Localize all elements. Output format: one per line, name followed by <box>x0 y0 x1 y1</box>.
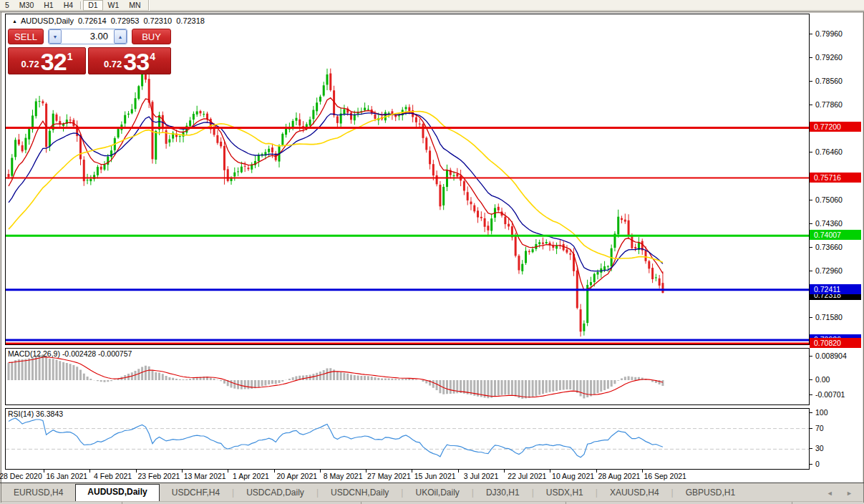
macd-axis-tick <box>810 394 812 395</box>
date-label: 28 Aug 2021 <box>598 472 640 480</box>
macd-axis-label: -0.00701 <box>815 390 845 399</box>
chart-tab-usdchf[interactable]: USDCHF,H4 <box>160 485 232 501</box>
date-tick <box>274 470 275 472</box>
buy-button[interactable]: BUY <box>132 29 171 44</box>
chart-tab-audusd[interactable]: AUDUSD,Daily <box>75 484 159 501</box>
date-label: 8 May 2021 <box>324 472 363 480</box>
price-axis-tick <box>810 271 812 271</box>
macd-value-main: -0.002428 <box>62 349 96 358</box>
sell-price-small: 0.72 <box>21 59 39 69</box>
rsi-value: 36.3843 <box>36 410 63 418</box>
date-tick <box>228 470 228 472</box>
chart-title: ▲AUDUSD,Daily0.726140.729530.723100.7231… <box>12 16 205 25</box>
price-axis[interactable]: 0.799600.792600.785600.778600.764600.750… <box>810 14 863 470</box>
time-axis[interactable]: 28 Dec 202016 Jan 20214 Feb 202123 Feb 2… <box>5 470 863 483</box>
buy-price-box[interactable]: 0.72334 <box>88 47 171 74</box>
date-tick <box>458 470 459 472</box>
chart-tab-eurusd[interactable]: EURUSD,H4 <box>1 485 75 501</box>
rsi-axis-label: 100 <box>815 408 828 417</box>
rsi-axis-label: 70 <box>815 424 824 432</box>
date-label: 4 Feb 2021 <box>94 472 132 480</box>
rsi-panel[interactable]: RSI(14) 36.3843 <box>5 408 810 470</box>
macd-name: MACD(12,26,9) <box>8 349 60 358</box>
date-label: 1 Apr 2021 <box>233 472 269 480</box>
level-price-label: 0.77200 <box>810 122 861 132</box>
macd-label: MACD(12,26,9) -0.002428 -0.000757 <box>8 349 132 358</box>
macd-axis-label: 0.00 <box>815 375 830 384</box>
timeframe-button-5[interactable]: 5 <box>0 0 14 11</box>
rsi-axis-label: 30 <box>815 444 824 452</box>
chart-tab-dj30[interactable]: DJ30,H1 <box>474 485 532 501</box>
macd-axis-label: 0.008904 <box>815 352 847 360</box>
price-axis-tick <box>810 247 812 248</box>
date-tick <box>412 470 412 472</box>
volume-value[interactable]: 3.00 <box>62 29 114 44</box>
date-label: 16 Sep 2021 <box>644 472 686 480</box>
sell-price-box[interactable]: 0.72321 <box>8 47 86 74</box>
date-label: 22 Jul 2021 <box>508 472 546 480</box>
chart-tab-usdcad[interactable]: USDCAD,Daily <box>234 485 316 501</box>
chart-tab-usdcnh[interactable]: USDCNH,Daily <box>319 485 401 501</box>
rsi-axis-tick <box>810 448 812 449</box>
macd-axis-tick <box>810 356 812 357</box>
date-tick <box>89 470 90 472</box>
price-axis-tick-label: 0.79260 <box>815 53 843 62</box>
rsi-chart[interactable] <box>6 409 809 469</box>
sell-price-big: 32 <box>41 51 67 72</box>
chart-tab-usdx[interactable]: USDX,H1 <box>534 485 596 501</box>
price-axis-tick <box>810 317 812 318</box>
sell-button[interactable]: SELL <box>8 29 44 44</box>
timeframe-button-w1[interactable]: W1 <box>103 0 125 11</box>
price-axis-tick <box>810 81 812 82</box>
chart-symbol: AUDUSD,Daily <box>21 16 74 25</box>
timeframe-button-h1[interactable]: H1 <box>39 0 58 11</box>
terminal-window: 5M30H1H4D1W1MN ▲AUDUSD,Daily0.726140.729… <box>0 0 864 504</box>
chart-tab-xauusd[interactable]: XAUUSD,H4 <box>598 485 671 501</box>
date-label: 10 Aug 2021 <box>552 472 594 480</box>
buy-price-sup: 4 <box>150 51 155 62</box>
timeframe-button-mn[interactable]: MN <box>124 0 145 11</box>
volume-decrease-button[interactable]: ▼ <box>49 29 62 44</box>
date-tick <box>366 470 367 472</box>
ohlc-open: 0.72614 <box>78 16 107 25</box>
tab-scroll-arrows[interactable]: ◄ ► <box>827 490 858 497</box>
date-tick <box>136 470 137 472</box>
level-price-label: 0.74007 <box>810 230 861 240</box>
volume-increase-button[interactable]: ▲ <box>114 29 127 44</box>
chart-window: ▲AUDUSD,Daily0.726140.729530.723100.7231… <box>1 13 863 483</box>
date-label: 15 Jun 2021 <box>414 472 456 480</box>
timeframe-button-h4[interactable]: H4 <box>59 0 78 11</box>
price-axis-tick <box>810 152 812 152</box>
price-axis-tick <box>810 223 812 224</box>
date-tick <box>504 470 505 472</box>
price-axis-tick <box>810 57 812 58</box>
date-tick <box>182 470 183 472</box>
price-axis-tick-label: 0.78560 <box>815 77 843 85</box>
symbol-marker-icon: ▲ <box>12 19 17 24</box>
macd-value-signal: -0.000757 <box>98 349 132 358</box>
macd-panel[interactable]: MACD(12,26,9) -0.002428 -0.000757 <box>5 348 810 405</box>
price-axis-tick <box>810 200 812 200</box>
chart-tab-gbpusd[interactable]: GBPUSD,H1 <box>674 485 747 501</box>
date-label: 3 Jul 2021 <box>464 472 498 480</box>
timeframe-button-d1[interactable]: D1 <box>83 0 102 11</box>
price-chart-panel[interactable]: ▲AUDUSD,Daily0.726140.729530.723100.7231… <box>5 14 810 345</box>
rsi-axis-tick <box>810 428 812 429</box>
timeframe-button-m30[interactable]: M30 <box>14 0 39 11</box>
date-tick <box>596 470 597 472</box>
rsi-axis-tick <box>810 464 812 465</box>
date-label: 27 May 2021 <box>367 472 411 480</box>
tabbar-top-border <box>0 483 864 483</box>
chart-tab-bar: EURUSD,H4AUDUSD,DailyUSDCHF,H4|USDCAD,Da… <box>1 483 863 501</box>
date-label: 23 Feb 2021 <box>137 472 180 480</box>
price-axis-tick-label: 0.73660 <box>815 243 843 251</box>
date-tick <box>550 470 550 472</box>
level-price-label: 0.75716 <box>810 173 861 183</box>
rsi-axis-label: 0 <box>815 460 820 468</box>
buy-price-big: 33 <box>123 51 149 72</box>
price-axis-tick-label: 0.77860 <box>815 100 843 109</box>
price-axis-tick-label: 0.75060 <box>815 195 843 204</box>
chart-tab-ukoil[interactable]: UKOil,Daily <box>403 485 471 501</box>
timeframe-toolbar: 5M30H1H4D1W1MN <box>0 0 864 11</box>
price-axis-tick-label: 0.72960 <box>815 266 843 275</box>
